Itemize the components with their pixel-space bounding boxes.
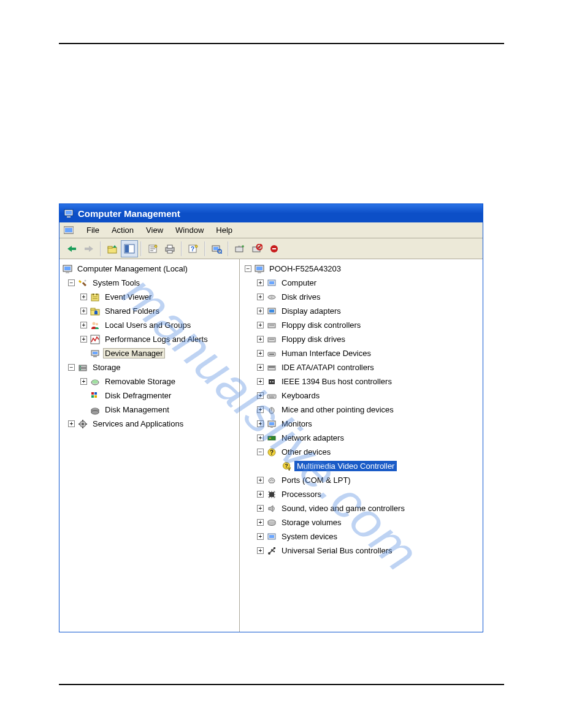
cat-storagevol[interactable]: +Storage volumes <box>241 515 481 529</box>
cat-ports[interactable]: +Ports (COM & LPT) <box>241 473 481 487</box>
ide-icon <box>266 362 277 373</box>
menu-view[interactable]: View <box>140 224 169 236</box>
removable-label: Removable Storage <box>103 376 177 387</box>
tree-diskmgmt[interactable]: Disk Management <box>61 403 238 417</box>
cat-sound[interactable]: +Sound, video and game controllers <box>241 501 481 515</box>
tree-local-users[interactable]: + Local Users and Groups <box>61 318 238 332</box>
exp-r12[interactable]: + <box>257 434 264 441</box>
device-multimedia-label: Multimedia Video Controller <box>294 461 397 471</box>
exp-r15[interactable]: + <box>257 505 264 512</box>
print-button[interactable] <box>161 240 178 257</box>
cat-mice[interactable]: +Mice and other pointing devices <box>241 403 481 417</box>
tree-services[interactable]: + Services and Applications <box>61 417 238 431</box>
exp-r2[interactable]: + <box>257 294 264 300</box>
systools-label: System Tools <box>91 278 142 288</box>
left-pane[interactable]: Computer Management (Local) − System Too… <box>59 259 240 632</box>
cat-hid-label: Human Interface Devices <box>280 348 373 358</box>
svg-text:?: ? <box>270 449 274 456</box>
up-button[interactable] <box>104 240 121 257</box>
menu-window[interactable]: Window <box>169 224 210 236</box>
cat-floppydrv[interactable]: +Floppy disk drives <box>241 332 481 346</box>
show-hide-tree-button[interactable] <box>121 240 138 257</box>
cat-computer[interactable]: +Computer <box>241 276 481 290</box>
tree-system-tools[interactable]: − System Tools <box>61 276 238 290</box>
titlebar[interactable]: Computer Management <box>59 204 483 222</box>
computer-management-icon <box>62 264 73 275</box>
tree-event-viewer[interactable]: + Event Viewer <box>61 290 238 304</box>
expand-toggle-2[interactable]: + <box>80 308 87 314</box>
menu-action[interactable]: Action <box>105 224 140 236</box>
tree-device-manager[interactable]: Device Manager <box>61 346 238 360</box>
window: Computer Management File Action View Win… <box>59 203 483 632</box>
svg-point-49 <box>80 369 81 370</box>
cat-processors[interactable]: +Processors <box>241 487 481 501</box>
tree-perf-logs[interactable]: + Performance Logs and Alerts <box>61 332 238 346</box>
properties-button[interactable] <box>144 240 161 257</box>
cat-monitors[interactable]: +Monitors <box>241 417 481 431</box>
exp-r16[interactable]: + <box>257 519 264 526</box>
tree-storage[interactable]: − Storage <box>61 360 238 374</box>
menu-help[interactable]: Help <box>210 224 239 236</box>
exp-r6[interactable]: + <box>257 350 264 357</box>
cat-sysdev[interactable]: +System devices <box>241 529 481 544</box>
back-button[interactable] <box>63 240 80 257</box>
scan-hardware-button[interactable] <box>208 240 225 257</box>
cat-display[interactable]: +Display adapters <box>241 304 481 318</box>
expand-toggle[interactable]: + <box>80 294 87 300</box>
svg-rect-42 <box>91 335 99 344</box>
disable-button[interactable] <box>248 240 266 257</box>
app-icon <box>63 208 74 219</box>
exp-r11[interactable]: + <box>257 420 264 427</box>
expand-toggle-4[interactable]: + <box>80 336 87 343</box>
collapse-toggle-2[interactable]: − <box>68 364 75 371</box>
help-button[interactable]: ? <box>185 240 202 257</box>
svg-rect-71 <box>269 325 274 325</box>
exp-r1[interactable]: + <box>257 279 264 286</box>
cat-ieee[interactable]: +IEEE 1394 Bus host controllers <box>241 374 481 389</box>
exp-r4[interactable]: + <box>257 322 264 328</box>
exp-r8[interactable]: + <box>257 378 264 385</box>
exp-r10[interactable]: + <box>257 406 264 413</box>
toolbar-separator-4 <box>204 241 205 256</box>
collapse-toggle-r[interactable]: − <box>245 265 251 272</box>
cat-other[interactable]: −?Other devices <box>241 445 481 459</box>
exp-r3[interactable]: + <box>257 308 264 314</box>
cat-floppyctrl[interactable]: +Floppy disk controllers <box>241 318 481 332</box>
exp-r5[interactable]: + <box>257 336 264 343</box>
tree-removable[interactable]: + Removable Storage <box>61 374 238 389</box>
tree-shared-folders[interactable]: + Shared Folders <box>61 304 238 318</box>
tree-root[interactable]: Computer Management (Local) <box>61 262 238 276</box>
cat-usb-label: Universal Serial Bus controllers <box>280 545 394 556</box>
svg-rect-13 <box>167 245 172 248</box>
right-pane[interactable]: − POOH-F525A43203 +Computer +Disk drives… <box>240 259 483 632</box>
collapse-toggle[interactable]: − <box>68 279 75 286</box>
cat-usb[interactable]: +Universal Serial Bus controllers <box>241 544 481 558</box>
forward-button[interactable] <box>80 240 98 257</box>
exp-r7[interactable]: + <box>257 364 264 371</box>
expand-toggle-3[interactable]: + <box>80 322 87 328</box>
cat-sound-label: Sound, video and game controllers <box>280 503 407 514</box>
exp-r13[interactable]: + <box>257 477 264 483</box>
cat-keyboards[interactable]: +Keyboards <box>241 389 481 403</box>
svg-point-48 <box>80 366 81 367</box>
tree-defrag[interactable]: Disk Defragmenter <box>61 389 238 403</box>
cat-network[interactable]: +Network adapters <box>241 431 481 445</box>
system-menu-icon[interactable] <box>62 225 75 236</box>
exp-r14[interactable]: + <box>257 491 264 498</box>
device-multimedia[interactable]: ?!Multimedia Video Controller <box>241 459 481 473</box>
cat-hid[interactable]: +Human Interface Devices <box>241 346 481 360</box>
enable-button[interactable] <box>266 240 283 257</box>
exp-r17[interactable]: + <box>257 533 264 540</box>
cat-ide[interactable]: +IDE ATA/ATAPI controllers <box>241 360 481 374</box>
expand-toggle-6[interactable]: + <box>68 420 75 427</box>
device-root[interactable]: − POOH-F525A43203 <box>241 262 481 276</box>
exp-r9[interactable]: + <box>257 392 264 399</box>
uninstall-button[interactable] <box>231 240 248 257</box>
menu-file[interactable]: File <box>80 224 105 236</box>
expand-toggle-5[interactable]: + <box>80 378 87 385</box>
cat-display-label: Display adapters <box>280 306 343 316</box>
cat-floppydrv-label: Floppy disk drives <box>280 334 347 344</box>
exp-r18[interactable]: + <box>257 547 264 554</box>
collapse-toggle-r2[interactable]: − <box>257 449 264 455</box>
cat-diskdrives[interactable]: +Disk drives <box>241 290 481 304</box>
